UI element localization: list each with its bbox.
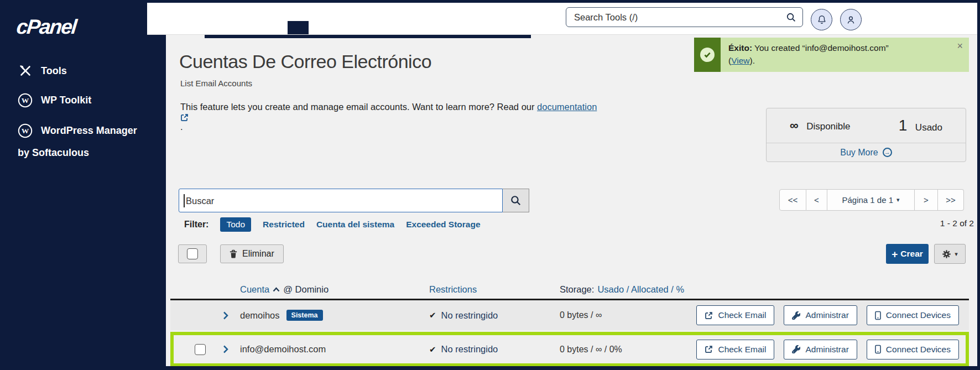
filter-system-account-link[interactable]: Cuenta del sistema xyxy=(316,220,394,230)
search-icon xyxy=(786,12,796,23)
feature-description: This feature lets you create and manage … xyxy=(180,102,598,133)
expand-row-button[interactable] xyxy=(223,345,228,353)
sort-storage-link[interactable]: Usado / Allocated / % xyxy=(597,284,684,295)
result-range-label: 1 - 2 of 2 xyxy=(940,218,974,228)
text-cursor xyxy=(184,194,185,207)
sidebar-item-label: WP Toolkit xyxy=(41,95,91,106)
used-value: 1 xyxy=(899,117,908,134)
wrench-icon xyxy=(792,311,800,320)
quota-summary: ∞ Disponible 1 Usado xyxy=(767,108,966,143)
restrictions-cell: ✔ No restringido xyxy=(429,344,498,355)
sidebar-item-label-line2: by Softaculous xyxy=(0,146,166,164)
account-name-cell: demoihos Sistema xyxy=(240,310,323,321)
sort-account-link[interactable]: Cuenta xyxy=(240,284,269,295)
top-header xyxy=(147,3,977,35)
pagination-page-selector[interactable]: Página 1 de 1 ▾ xyxy=(827,189,915,211)
pagination-prev-button[interactable]: < xyxy=(806,189,827,211)
window-border-bottom xyxy=(0,366,980,370)
main-content: Éxito: You created “info@demoihost.com” … xyxy=(166,34,977,366)
banner-fragment xyxy=(288,21,309,34)
available-label: Disponible xyxy=(806,121,850,132)
check-email-button[interactable]: Check Email xyxy=(696,305,774,325)
sort-restrictions-link[interactable]: Restrictions xyxy=(429,284,477,295)
filter-exceeded-storage-link[interactable]: Exceeded Storage xyxy=(406,220,480,230)
mobile-device-icon xyxy=(875,311,881,320)
storage-cell: 0 bytes / ∞ xyxy=(560,310,602,320)
sidebar-item-label: WordPress Manager xyxy=(41,125,137,137)
email-accounts-table: Cuenta @ Dominio Restrictions Storage: U… xyxy=(170,279,969,367)
column-header-restrictions: Restrictions xyxy=(429,284,477,295)
quota-box: ∞ Disponible 1 Usado Buy More → xyxy=(766,108,966,162)
chevron-right-icon xyxy=(223,345,228,353)
alert-message: Éxito: You created “info@demoihost.com” … xyxy=(721,38,969,72)
documentation-link[interactable]: documentation xyxy=(537,102,597,112)
page-subtitle: List Email Accounts xyxy=(180,79,252,88)
infinity-icon: ∞ xyxy=(790,118,799,132)
search-icon xyxy=(510,195,522,206)
alert-title: Éxito: xyxy=(728,43,752,53)
row-actions: Check Email Administrar Connect Devices xyxy=(696,305,959,325)
plus-icon: + xyxy=(892,249,898,259)
pagination-next-button[interactable]: > xyxy=(915,189,938,211)
pagination-first-button[interactable]: << xyxy=(779,189,806,211)
success-alert: Éxito: You created “info@demoihost.com” … xyxy=(694,38,969,72)
system-badge: Sistema xyxy=(286,310,323,321)
connect-devices-button[interactable]: Connect Devices xyxy=(867,340,959,359)
checkbox xyxy=(195,344,206,355)
account-search-box xyxy=(179,189,503,212)
account-search-button[interactable] xyxy=(503,189,529,212)
storage-cell: 0 bytes / ∞ / 0% xyxy=(560,345,622,355)
checkbox xyxy=(187,248,198,259)
external-link-icon xyxy=(180,113,598,122)
column-header-storage: Storage: Usado / Allocated / % xyxy=(560,284,684,295)
account-search-input[interactable] xyxy=(185,190,497,211)
user-icon xyxy=(846,14,856,25)
create-button[interactable]: + Crear xyxy=(886,244,929,264)
sidebar-item-wordpress-manager[interactable]: W WordPress Manager xyxy=(0,116,166,146)
settings-dropdown-button[interactable]: ▾ xyxy=(934,244,966,264)
search-tools-box xyxy=(566,7,803,27)
column-header-account: Cuenta @ Dominio xyxy=(240,284,329,295)
check-email-button[interactable]: Check Email xyxy=(696,340,774,359)
arrow-circle-icon: → xyxy=(883,148,892,157)
check-icon: ✔ xyxy=(429,310,436,320)
window-border-top xyxy=(0,0,980,3)
bell-icon xyxy=(817,14,827,25)
row-checkbox[interactable] xyxy=(195,344,206,355)
chevron-down-icon: ▾ xyxy=(955,251,958,258)
used-label: Usado xyxy=(915,122,942,133)
wrench-icon xyxy=(792,345,800,353)
pagination-last-button[interactable]: >> xyxy=(938,189,964,211)
chevron-down-icon: ▾ xyxy=(896,196,900,204)
sidebar-nav: Tools W WP Toolkit W WordPress Manager b… xyxy=(0,56,166,164)
view-link[interactable]: View xyxy=(731,56,749,65)
expand-row-button[interactable] xyxy=(223,311,228,320)
sidebar-item-tools[interactable]: Tools xyxy=(0,56,166,85)
select-all-checkbox[interactable] xyxy=(178,244,207,263)
close-icon[interactable]: × xyxy=(957,41,963,51)
account-button[interactable] xyxy=(840,9,862,30)
tools-icon xyxy=(18,64,33,77)
gear-icon xyxy=(942,249,951,259)
buy-more-button[interactable]: Buy More → xyxy=(767,143,966,161)
search-tools-input[interactable] xyxy=(573,8,785,27)
filter-restricted-link[interactable]: Restricted xyxy=(263,220,305,230)
connect-devices-button[interactable]: Connect Devices xyxy=(867,305,959,325)
row-actions: Check Email Administrar Connect Devices xyxy=(696,340,959,359)
sidebar-item-label: Tools xyxy=(41,65,67,77)
banner-fragment xyxy=(205,34,531,38)
restrictions-cell: ✔ No restringido xyxy=(429,310,498,321)
pagination: << < Página 1 de 1 ▾ > >> xyxy=(779,189,964,211)
delete-button[interactable]: Eliminar xyxy=(220,244,284,263)
sidebar-item-wp-toolkit[interactable]: W WP Toolkit xyxy=(0,85,166,116)
filter-todo-button[interactable]: Todo xyxy=(220,217,251,232)
table-row: demoihos Sistema ✔ No restringido 0 byte… xyxy=(170,300,969,330)
account-name-cell: info@demoihost.com xyxy=(240,344,326,355)
administer-button[interactable]: Administrar xyxy=(784,340,857,359)
administer-button[interactable]: Administrar xyxy=(784,305,857,325)
table-header: Cuenta @ Dominio Restrictions Storage: U… xyxy=(170,279,969,300)
mobile-device-icon xyxy=(875,345,881,354)
svg-text:W: W xyxy=(22,127,29,135)
notifications-button[interactable] xyxy=(811,9,832,30)
wordpress-icon: W xyxy=(18,93,33,108)
